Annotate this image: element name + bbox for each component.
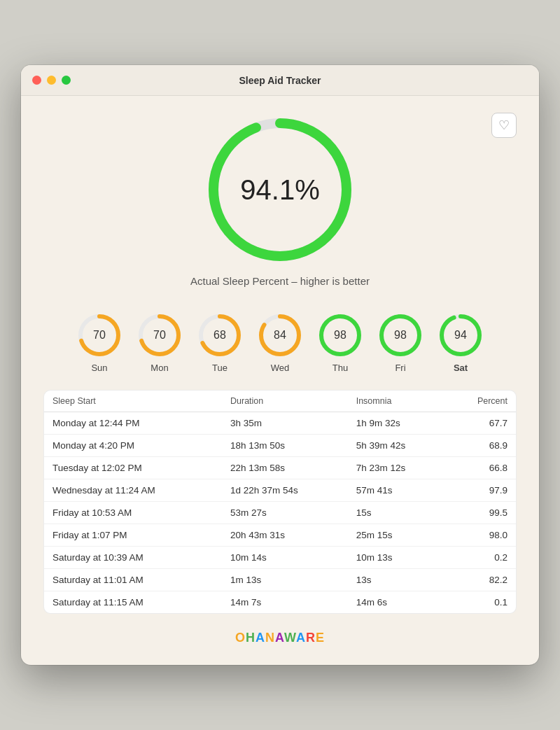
table-header: Sleep Start Duration Insomnia Percent — [44, 391, 516, 412]
titlebar: Sleep Aid Tracker — [21, 65, 539, 96]
small-ring-label: Fri — [395, 363, 405, 373]
small-ring-value: 94 — [454, 329, 467, 342]
small-ring-value: 98 — [394, 329, 407, 342]
table-header-row: Sleep Start Duration Insomnia Percent — [44, 391, 516, 412]
brand-footer: OHANAWARE — [43, 628, 517, 651]
cell-start: Friday at 10:53 AM — [44, 502, 222, 524]
cell-percent: 97.9 — [446, 479, 516, 502]
small-ring-label: Thu — [332, 363, 348, 373]
cell-duration: 22h 13m 58s — [222, 457, 348, 479]
cell-percent: 99.5 — [446, 502, 516, 524]
cell-percent: 68.9 — [446, 435, 516, 457]
table-row: Friday at 10:53 AM 53m 27s 15s 99.5 — [44, 502, 516, 524]
brand-letter: E — [316, 631, 325, 645]
cell-start: Saturday at 11:15 AM — [44, 591, 222, 614]
cell-insomnia: 14m 6s — [348, 591, 447, 614]
small-ring-container: 68 — [197, 312, 243, 358]
cell-insomnia: 57m 41s — [348, 479, 447, 502]
minimize-button[interactable] — [47, 76, 56, 85]
small-ring-value: 68 — [214, 329, 226, 342]
small-ring-container: 98 — [317, 312, 363, 358]
cell-percent: 66.8 — [446, 457, 516, 479]
maximize-button[interactable] — [62, 76, 71, 85]
cell-duration: 18h 13m 50s — [222, 435, 348, 457]
table-row: Saturday at 11:15 AM 14m 7s 14m 6s 0.1 — [44, 591, 516, 614]
brand-letter: R — [306, 631, 316, 645]
small-ring-item: 70 Sun — [76, 312, 122, 373]
ring-subtitle: Actual Sleep Percent – higher is better — [190, 275, 370, 287]
table-row: Monday at 4:20 PM 18h 13m 50s 5h 39m 42s… — [44, 435, 516, 457]
small-ring-container: 70 — [136, 312, 183, 358]
main-content: ♡ 94.1% Actual Sleep Percent – higher is… — [21, 96, 539, 665]
cell-duration: 10m 14s — [222, 547, 348, 569]
small-ring-item: 84 Wed — [257, 312, 303, 373]
col-duration: Duration — [222, 391, 348, 412]
cell-start: Monday at 12:44 PM — [44, 412, 222, 435]
brand-letter: A — [255, 631, 265, 645]
cell-percent: 0.2 — [446, 547, 516, 569]
cell-percent: 98.0 — [446, 524, 516, 547]
cell-percent: 0.1 — [446, 591, 516, 614]
small-ring-value: 70 — [93, 329, 106, 342]
cell-insomnia: 15s — [348, 502, 447, 524]
main-ring-container: 94.1% — [203, 113, 357, 267]
brand-letter: A — [275, 631, 284, 645]
cell-duration: 14m 7s — [222, 591, 348, 614]
traffic-lights — [32, 76, 71, 85]
cell-insomnia: 25m 15s — [348, 524, 447, 547]
small-ring-container: 98 — [377, 312, 424, 358]
brand-letter: H — [246, 631, 255, 645]
table-body: Monday at 12:44 PM 3h 35m 1h 9m 32s 67.7… — [44, 412, 516, 614]
favorite-button[interactable]: ♡ — [491, 113, 517, 138]
cell-insomnia: 7h 23m 12s — [348, 457, 447, 479]
cell-insomnia: 10m 13s — [348, 547, 447, 569]
table-row: Tuesday at 12:02 PM 22h 13m 58s 7h 23m 1… — [44, 457, 516, 479]
cell-insomnia: 13s — [348, 569, 447, 591]
cell-start: Saturday at 11:01 AM — [44, 569, 222, 591]
col-sleep-start: Sleep Start — [44, 391, 222, 412]
cell-start: Monday at 4:20 PM — [44, 435, 222, 457]
sleep-table-container: Sleep Start Duration Insomnia Percent Mo… — [43, 390, 517, 614]
small-ring-label: Sat — [454, 363, 468, 373]
app-window: Sleep Aid Tracker ♡ 94.1% Actual Sleep P… — [21, 65, 539, 665]
brand-letter: A — [296, 631, 306, 645]
cell-percent: 82.2 — [446, 569, 516, 591]
col-insomnia: Insomnia — [348, 391, 447, 412]
cell-duration: 20h 43m 31s — [222, 524, 348, 547]
table-row: Wednesday at 11:24 AM 1d 22h 37m 54s 57m… — [44, 479, 516, 502]
brand-letter: N — [265, 631, 275, 645]
small-ring-value: 98 — [334, 329, 346, 342]
small-ring-label: Sun — [91, 363, 107, 373]
small-ring-container: 94 — [438, 312, 484, 358]
brand-letter: W — [284, 631, 296, 645]
cell-start: Wednesday at 11:24 AM — [44, 479, 222, 502]
table-row: Saturday at 11:01 AM 1m 13s 13s 82.2 — [44, 569, 516, 591]
table-row: Friday at 1:07 PM 20h 43m 31s 25m 15s 98… — [44, 524, 516, 547]
table-row: Monday at 12:44 PM 3h 35m 1h 9m 32s 67.7 — [44, 412, 516, 435]
close-button[interactable] — [32, 76, 41, 85]
small-ring-item: 70 Mon — [136, 312, 183, 373]
small-ring-value: 84 — [274, 329, 286, 342]
small-ring-item: 98 Fri — [377, 312, 424, 373]
cell-percent: 67.7 — [446, 412, 516, 435]
brand-letter: O — [235, 631, 246, 645]
sleep-table: Sleep Start Duration Insomnia Percent Mo… — [44, 391, 516, 613]
daily-rings-row: 70 Sun 70 Mon 68 Tue 84 We — [43, 312, 517, 373]
cell-duration: 1m 13s — [222, 569, 348, 591]
brand-text: OHANAWARE — [235, 631, 325, 645]
main-ring-value: 94.1% — [240, 174, 319, 206]
cell-duration: 3h 35m — [222, 412, 348, 435]
small-ring-item: 68 Tue — [197, 312, 243, 373]
small-ring-container: 70 — [76, 312, 122, 358]
col-percent: Percent — [446, 391, 516, 412]
small-ring-item: 94 Sat — [438, 312, 484, 373]
cell-start: Tuesday at 12:02 PM — [44, 457, 222, 479]
small-ring-container: 84 — [257, 312, 303, 358]
small-ring-item: 98 Thu — [317, 312, 363, 373]
small-ring-label: Tue — [212, 363, 227, 373]
cell-insomnia: 1h 9m 32s — [348, 412, 447, 435]
window-title: Sleep Aid Tracker — [239, 75, 321, 86]
cell-start: Friday at 1:07 PM — [44, 524, 222, 547]
small-ring-label: Mon — [150, 363, 168, 373]
main-ring-section: ♡ 94.1% Actual Sleep Percent – higher is… — [43, 113, 517, 301]
